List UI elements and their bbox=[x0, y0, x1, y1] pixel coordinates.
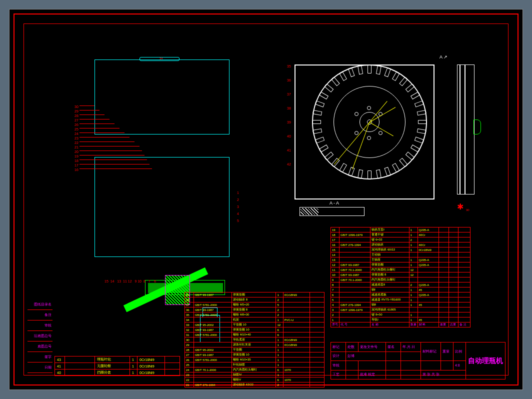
tooth bbox=[312, 128, 322, 134]
leaders-circle: 353637 383940 4142 bbox=[287, 60, 291, 172]
section-aa-label: A - A bbox=[330, 200, 339, 206]
direction-arrow: ✱ bbox=[457, 202, 467, 212]
tooth bbox=[348, 167, 355, 177]
tooth bbox=[399, 76, 408, 86]
tooth bbox=[414, 136, 424, 144]
tooth bbox=[348, 68, 355, 78]
tooth bbox=[410, 144, 420, 152]
tooth bbox=[318, 144, 328, 152]
tooth bbox=[315, 100, 325, 108]
side-line bbox=[460, 64, 460, 194]
side-view bbox=[450, 60, 480, 200]
tooth bbox=[376, 65, 382, 74]
title-block: 标记 处数 更改文件号 签名 年.月.日 材料标记 重量 比例 自动理瓶机 设计… bbox=[330, 342, 506, 380]
leaders-left-column: 302928 272625 242322 212019 181716 bbox=[74, 104, 78, 172]
tooth bbox=[384, 167, 391, 177]
tooth bbox=[339, 163, 347, 173]
tooth bbox=[358, 65, 363, 74]
view-label-a: A ↗ bbox=[440, 54, 448, 60]
tooth bbox=[368, 64, 372, 74]
leaders-bottom-row: 15 14 13 11 12 9 10 8 7 6 bbox=[104, 280, 156, 283]
cad-viewport: 34 302928 272625 242322 212019 181716 15… bbox=[9, 9, 523, 390]
tooth bbox=[384, 68, 391, 78]
tooth bbox=[324, 152, 334, 160]
leader-lines-fan bbox=[80, 106, 152, 173]
tooth bbox=[315, 136, 325, 144]
section-hatch bbox=[300, 208, 318, 215]
leader-34: 34 bbox=[160, 57, 163, 60]
tooth bbox=[312, 120, 321, 124]
side-line bbox=[464, 64, 466, 194]
tooth bbox=[414, 100, 424, 108]
tooth bbox=[331, 76, 340, 86]
tooth bbox=[392, 163, 400, 173]
tooth bbox=[324, 84, 334, 92]
tooth bbox=[406, 152, 415, 160]
margin-labels: 图纸目录名备注审核 旧底图总号底图总号签字 日期 bbox=[28, 300, 52, 373]
top-view bbox=[294, 57, 440, 202]
tooth bbox=[406, 84, 415, 92]
tooth bbox=[417, 128, 426, 134]
tooth bbox=[376, 170, 382, 179]
bom-table-right: 19轴承压盖Ⅰ1Q235-A18GB/T 1096-1979普通平键140Cr1… bbox=[330, 227, 470, 328]
tooth bbox=[358, 170, 363, 179]
designer-name: 彭博 bbox=[346, 352, 386, 361]
bom-table-middle: 39GB/T 93-1987弹簧垫圈10Cr18Ni938滚动轴承 8237GB… bbox=[184, 292, 324, 388]
tooth bbox=[418, 120, 427, 124]
tooth bbox=[312, 110, 322, 116]
tooth bbox=[368, 170, 372, 180]
tooth bbox=[417, 110, 426, 116]
tooth bbox=[410, 92, 420, 100]
tooth bbox=[392, 71, 400, 81]
tooth bbox=[318, 92, 328, 100]
side-bump bbox=[474, 120, 481, 134]
leaders-right-small: 12 34 5 bbox=[237, 190, 239, 224]
bom-table-small: 43理瓶叶轮10Cr18Ni941无菌轮毂10Cr18Ni940挡圈分盘10Cr… bbox=[54, 356, 180, 376]
dim-30: 30 bbox=[466, 208, 470, 212]
tooth bbox=[399, 158, 408, 168]
tooth bbox=[339, 71, 347, 81]
